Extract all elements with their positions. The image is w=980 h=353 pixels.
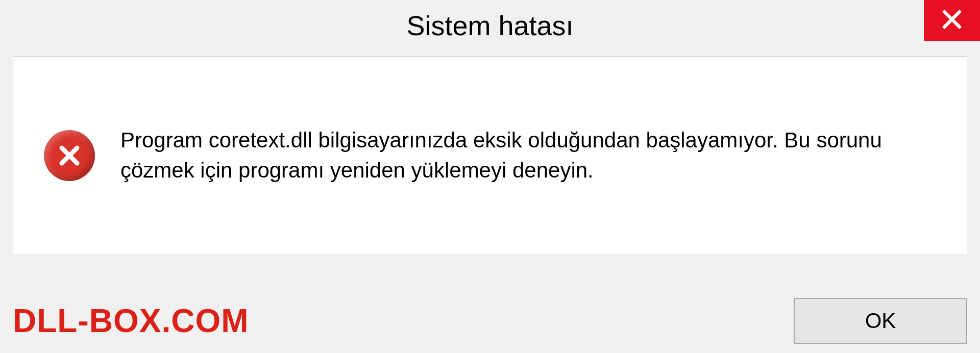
close-icon	[941, 8, 963, 33]
error-message: Program coretext.dll bilgisayarınızda ek…	[120, 125, 936, 186]
close-button[interactable]	[924, 0, 980, 41]
ok-button[interactable]: OK	[794, 298, 967, 344]
footer: DLL-BOX.COM OK	[13, 298, 967, 344]
content-panel: Program coretext.dll bilgisayarınızda ek…	[13, 56, 967, 255]
error-icon	[44, 130, 95, 181]
titlebar: Sistem hatası	[0, 0, 980, 51]
dialog-title: Sistem hatası	[406, 10, 573, 41]
watermark-text: DLL-BOX.COM	[13, 302, 249, 340]
